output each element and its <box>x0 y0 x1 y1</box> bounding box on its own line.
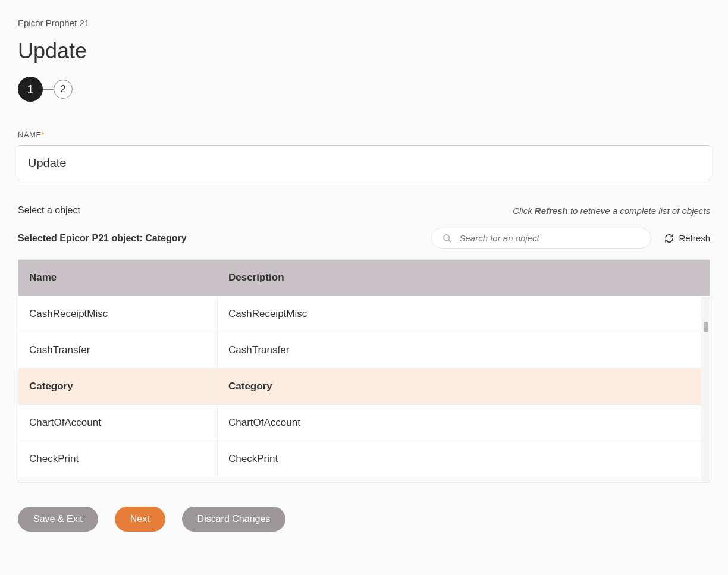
page-title: Update <box>18 39 710 64</box>
step-connector <box>43 89 54 90</box>
name-input[interactable] <box>18 145 710 181</box>
search-icon <box>443 234 452 243</box>
table-body: CashReceiptMiscCashReceiptMiscCashTransf… <box>18 296 710 482</box>
step-1[interactable]: 1 <box>18 77 43 102</box>
table-row[interactable]: CashTransferCashTransfer <box>18 332 710 368</box>
object-table: Name Description CashReceiptMiscCashRece… <box>18 259 710 483</box>
table-row[interactable]: CashReceiptMiscCashReceiptMisc <box>18 296 710 332</box>
svg-line-1 <box>448 240 451 242</box>
scrollbar-track[interactable] <box>701 297 710 483</box>
td-description: CheckPrint <box>218 441 710 477</box>
scrollbar-thumb[interactable] <box>704 322 708 332</box>
select-object-label: Select a object <box>18 205 80 216</box>
table-row[interactable]: CategoryCategory <box>18 368 710 404</box>
td-description: ChartOfAccount <box>218 405 710 441</box>
th-name[interactable]: Name <box>18 260 218 296</box>
refresh-label: Refresh <box>679 233 710 243</box>
td-name: CashReceiptMisc <box>18 296 218 332</box>
td-name: Category <box>18 369 218 404</box>
refresh-button[interactable]: Refresh <box>664 233 710 243</box>
selected-object-value: Category <box>145 233 186 243</box>
td-description: CashReceiptMisc <box>218 296 710 332</box>
selected-object: Selected Epicor P21 object: Category <box>18 233 187 244</box>
footer-buttons: Save & Exit Next Discard Changes <box>18 507 710 532</box>
td-name: CashTransfer <box>18 332 218 368</box>
next-button[interactable]: Next <box>115 507 165 532</box>
table-row[interactable]: CheckPrintCheckPrint <box>18 441 710 477</box>
name-label-text: NAME <box>18 130 42 139</box>
td-description: CashTransfer <box>218 332 710 368</box>
name-label: NAME* <box>18 130 710 139</box>
td-name: CheckPrint <box>18 441 218 477</box>
table-header: Name Description <box>18 260 710 296</box>
stepper: 1 2 <box>18 77 710 102</box>
refresh-hint: Click Refresh to retrieve a complete lis… <box>513 206 710 216</box>
step-2[interactable]: 2 <box>54 80 73 99</box>
svg-point-0 <box>444 235 449 240</box>
hint-strong: Refresh <box>535 206 568 216</box>
selected-object-prefix: Selected Epicor P21 object: <box>18 233 145 243</box>
discard-button[interactable]: Discard Changes <box>182 507 286 532</box>
breadcrumb-link[interactable]: Epicor Prophet 21 <box>18 18 89 28</box>
td-name: ChartOfAccount <box>18 405 218 441</box>
hint-prefix: Click <box>513 206 535 216</box>
save-exit-button[interactable]: Save & Exit <box>18 507 98 532</box>
refresh-icon <box>664 234 674 243</box>
required-asterisk: * <box>42 130 45 139</box>
th-description[interactable]: Description <box>218 260 710 296</box>
search-input[interactable] <box>459 233 640 243</box>
table-row[interactable]: ChartOfAccountChartOfAccount <box>18 404 710 441</box>
td-description: Category <box>218 369 710 404</box>
search-box[interactable] <box>431 228 651 249</box>
hint-suffix: to retrieve a complete list of objects <box>568 206 710 216</box>
